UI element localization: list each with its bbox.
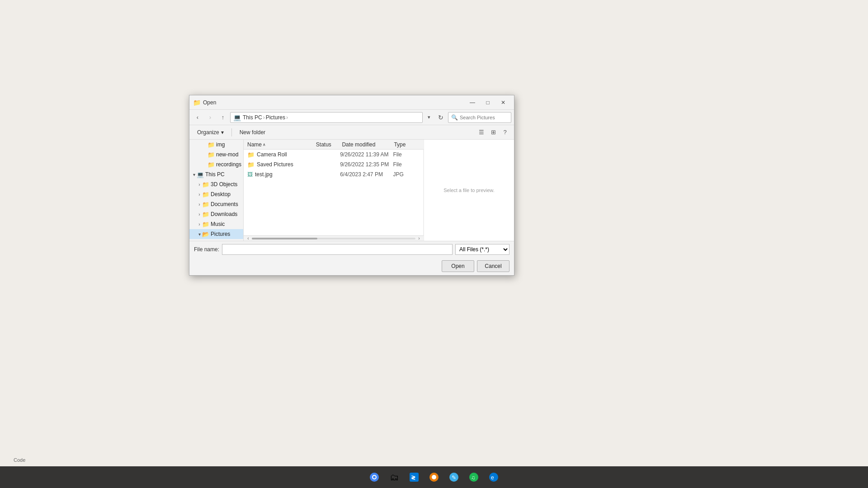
search-input[interactable]: [460, 115, 508, 120]
taskbar-edge[interactable]: e: [485, 468, 503, 486]
filetype-select[interactable]: All Files (*.*) JPEG (*.jpg) PNG (*.png)…: [455, 244, 509, 255]
address-bar: ‹ › ↑ 💻 This PC › Pictures › ▾ ↻ 🔍: [189, 110, 514, 125]
col-status-header[interactable]: Status: [316, 141, 342, 148]
maximize-button[interactable]: □: [481, 96, 495, 109]
file-list: 📁 Camera Roll 9/26/2022 11:39 AM File 📁 …: [244, 150, 424, 235]
organize-label: Organize: [197, 129, 219, 136]
taskbar-explorer[interactable]: 🗂: [385, 468, 403, 486]
sidebar-item-documents[interactable]: › 📁 Documents: [189, 199, 243, 209]
sidebar-item-img[interactable]: 📁 img: [189, 140, 243, 150]
taskbar-krita[interactable]: ✎: [445, 468, 463, 486]
file-date-cell: 9/26/2022 11:39 AM: [340, 151, 393, 158]
minimize-button[interactable]: —: [465, 96, 480, 109]
view-controls: ☰ ⊞ ?: [476, 127, 510, 138]
filename-bar: File name: All Files (*.*) JPEG (*.jpg) …: [189, 241, 514, 257]
taskbar-spotify[interactable]: ♫: [465, 468, 483, 486]
svg-point-2: [373, 476, 376, 479]
left-panel: 📁 img 📁 new-mod 📁 recordings ▾ 💻 This PC: [189, 140, 244, 241]
file-date-cell: 9/26/2022 12:35 PM: [340, 161, 393, 168]
search-icon: 🔍: [451, 114, 458, 121]
organize-arrow: ▾: [221, 129, 224, 136]
folder-open-icon: 📂: [202, 231, 209, 238]
dialog-icon: 📁: [193, 99, 200, 106]
sidebar-item-videos[interactable]: › 📁 Videos: [189, 239, 243, 241]
col-name-header[interactable]: Name ∧: [247, 141, 316, 148]
sidebar-item-music[interactable]: › 📁 Music: [189, 219, 243, 229]
scroll-left-button[interactable]: ‹: [245, 235, 252, 241]
new-folder-button[interactable]: New folder: [236, 127, 269, 138]
preview-panel: Select a file to preview.: [424, 140, 514, 241]
refresh-button[interactable]: ↻: [435, 112, 446, 123]
taskbar: 🗂 ≷ ✎ ♫ e: [0, 466, 868, 488]
sidebar-item-label: Pictures: [211, 231, 230, 237]
sidebar-item-label: recordings: [216, 161, 241, 168]
view-help-button[interactable]: ?: [500, 127, 510, 138]
sidebar-item-recordings[interactable]: 📁 recordings: [189, 160, 243, 169]
sidebar-item-label: This PC: [205, 171, 225, 178]
sidebar-item-label: Documents: [211, 201, 238, 207]
view-list-button[interactable]: ☰: [476, 127, 487, 138]
filename-input[interactable]: [222, 244, 453, 255]
file-name-cell: 📁 Saved Pictures: [247, 161, 314, 168]
sidebar-item-3d-objects[interactable]: › 📁 3D Objects: [189, 179, 243, 189]
expand-icon: ›: [197, 202, 202, 207]
forward-button[interactable]: ›: [205, 112, 216, 123]
toolbar: Organize ▾ New folder ☰ ⊞ ?: [189, 125, 514, 140]
svg-text:≷: ≷: [411, 474, 415, 481]
expand-icon: [202, 152, 208, 157]
file-name-cell: 🖼 test.jpg: [247, 171, 314, 178]
open-button[interactable]: Open: [442, 260, 474, 272]
title-bar-controls: — □ ✕: [465, 96, 510, 109]
scroll-right-button[interactable]: ›: [415, 235, 423, 241]
col-type-header[interactable]: Type: [394, 141, 420, 148]
scroll-thumb[interactable]: [252, 238, 317, 239]
sidebar-item-label: new-mod: [216, 151, 238, 158]
folder-icon: 📁: [202, 191, 209, 198]
sidebar-item-desktop[interactable]: › 📁 Desktop: [189, 189, 243, 199]
file-date-cell: 6/4/2023 2:47 PM: [340, 171, 393, 178]
path-pictures: Pictures: [266, 114, 285, 121]
col-date-header[interactable]: Date modified: [342, 141, 394, 148]
table-row[interactable]: 📁 Camera Roll 9/26/2022 11:39 AM File: [244, 150, 423, 160]
folder-icon: 📁: [247, 151, 255, 158]
svg-text:✎: ✎: [452, 474, 456, 481]
horizontal-scrollbar[interactable]: ‹ ›: [244, 235, 424, 241]
folder-icon: 📁: [208, 141, 215, 148]
back-button[interactable]: ‹: [192, 112, 203, 123]
taskbar-blender[interactable]: [425, 468, 443, 486]
right-panel: Name ∧ Status Date modified Type 📁 Camer…: [244, 140, 514, 241]
organize-button[interactable]: Organize ▾: [193, 127, 228, 138]
close-button[interactable]: ✕: [496, 96, 510, 109]
image-icon: 🖼: [247, 171, 253, 178]
column-headers: Name ∧ Status Date modified Type: [244, 140, 424, 150]
sidebar-item-label: 3D Objects: [211, 181, 237, 188]
toolbar-separator: [231, 128, 232, 136]
sidebar-item-label: Desktop: [211, 191, 231, 197]
svg-text:♫: ♫: [471, 474, 475, 481]
address-path[interactable]: 💻 This PC › Pictures ›: [230, 112, 423, 123]
sidebar-item-this-pc[interactable]: ▾ 💻 This PC: [189, 169, 243, 179]
table-row[interactable]: 🖼 test.jpg 6/4/2023 2:47 PM JPG: [244, 169, 423, 179]
path-dropdown-button[interactable]: ▾: [425, 112, 434, 123]
scroll-track[interactable]: [252, 238, 415, 239]
expand-icon: ›: [197, 182, 202, 187]
sidebar-item-downloads[interactable]: › 📁 Downloads: [189, 209, 243, 219]
filename-label: File name:: [194, 246, 219, 253]
folder-icon: 📁: [202, 211, 209, 218]
preview-text: Select a file to preview.: [443, 188, 495, 193]
expand-icon: [202, 142, 208, 147]
view-icons-button[interactable]: ⊞: [488, 127, 499, 138]
taskbar-chrome[interactable]: [365, 468, 383, 486]
sidebar-item-pictures[interactable]: ▾ 📂 Pictures: [189, 229, 243, 239]
up-button[interactable]: ↑: [217, 112, 228, 123]
sidebar-item-label: img: [216, 141, 225, 148]
table-row[interactable]: 📁 Saved Pictures 9/26/2022 12:35 PM File: [244, 160, 423, 169]
file-name-cell: 📁 Camera Roll: [247, 151, 314, 158]
taskbar-vscode[interactable]: ≷: [405, 468, 423, 486]
expand-icon: ›: [197, 221, 202, 227]
folder-icon: 📁: [202, 201, 209, 208]
cancel-button[interactable]: Cancel: [477, 260, 509, 272]
title-bar: 📁 Open — □ ✕: [189, 95, 514, 110]
sidebar-item-new-mod[interactable]: 📁 new-mod: [189, 150, 243, 160]
expand-icon: [202, 162, 208, 167]
